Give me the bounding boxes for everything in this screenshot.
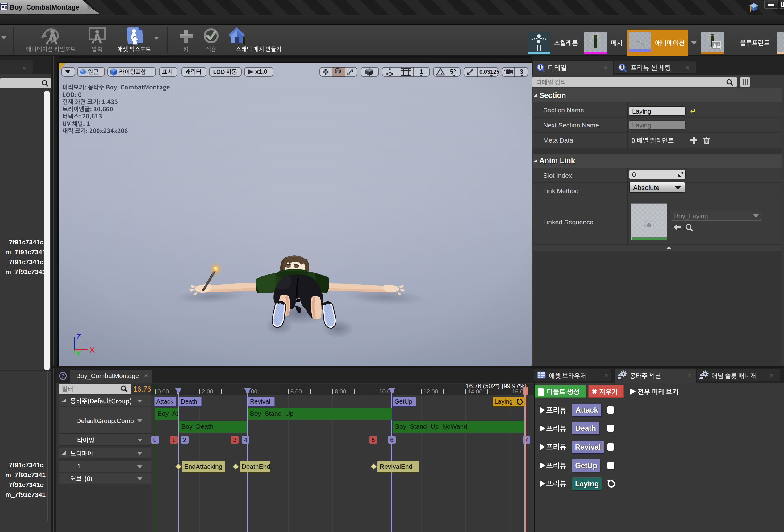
svg-text:Y: Y	[76, 349, 81, 358]
svg-text:X: X	[89, 345, 95, 355]
svg-text:?: ?	[61, 373, 64, 379]
svg-text:Z: Z	[76, 332, 81, 341]
